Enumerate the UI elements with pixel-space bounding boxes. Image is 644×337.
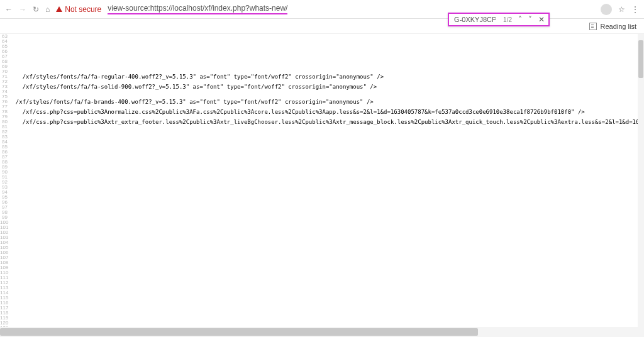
forward-button[interactable]: → xyxy=(19,5,26,14)
menu-dots-icon[interactable]: ⋮ xyxy=(631,5,639,14)
url-path: https://localhost/xf/index.php?whats-new… xyxy=(150,4,288,13)
find-prev-button[interactable]: ˄ xyxy=(518,15,522,24)
reading-list-icon xyxy=(589,23,597,30)
find-next-button[interactable]: ˅ xyxy=(528,15,532,24)
home-button[interactable]: ⌂ xyxy=(45,5,50,14)
find-count: 1/2 xyxy=(503,16,512,23)
reload-button[interactable]: ↻ xyxy=(33,5,39,14)
url-scheme: view-source: xyxy=(108,4,150,13)
not-secure-label: Not secure xyxy=(65,5,101,14)
find-close-button[interactable]: ✕ xyxy=(538,15,545,24)
profile-avatar[interactable] xyxy=(601,4,612,15)
reading-list-button[interactable]: Reading list xyxy=(601,23,636,30)
warning-icon xyxy=(56,6,62,12)
find-input[interactable] xyxy=(453,15,497,24)
find-in-page-bar: 1/2 ˄ ˅ ✕ xyxy=(448,13,550,26)
back-button[interactable]: ← xyxy=(5,5,13,14)
bookmark-star-icon[interactable]: ☆ xyxy=(618,5,625,14)
not-secure-badge[interactable]: Not secure xyxy=(56,5,101,14)
